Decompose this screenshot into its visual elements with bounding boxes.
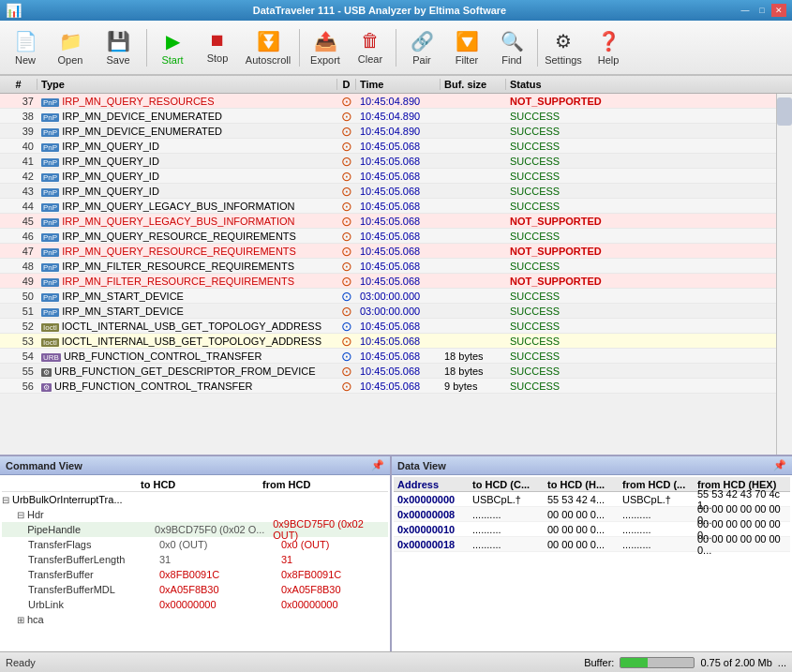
dv-row[interactable]: 0x00000018 .......... 00 00 00 0... ....… [394,537,790,552]
cv-transferbuf-label: TransferBuffer [28,569,159,580]
row-type: PnPIRP_MN_QUERY_LEGACY_BUS_INFORMATION [37,201,337,212]
row-dir: ⊙ [337,319,356,334]
table-row[interactable]: 46 PnPIRP_MN_QUERY_RESOURCE_REQUIREMENTS… [0,229,776,244]
arrow-in-icon: ⊙ [341,124,352,139]
row-dir: ⊙ [337,94,356,109]
data-panel-header: Data View 📌 [392,456,792,475]
help-button[interactable]: ❓ Help [587,25,630,70]
new-button[interactable]: 📄 New [4,25,47,70]
arrow-in-icon: ⊙ [341,244,352,259]
open-button[interactable]: 📁 Open [49,25,92,70]
table-row[interactable]: 53 IoctlIOCTL_INTERNAL_USB_GET_TOPOLOGY_… [0,334,776,349]
root-expand-icon[interactable]: ⊟ [2,495,9,505]
autoscroll-button[interactable]: ⏬ Autoscroll [241,25,295,70]
dv-hcd2: 00 00 00 0... [544,509,619,520]
arrow-out-icon: ⊙ [341,319,352,334]
table-row[interactable]: 55 ⚙URB_FUNCTION_GET_DESCRIPTOR_FROM_DEV… [0,364,776,379]
badge: PnP [41,218,59,227]
row-time: 10:45:05.068 [356,171,441,182]
table-row[interactable]: 45 PnPIRP_MN_QUERY_LEGACY_BUS_INFORMATIO… [0,214,776,229]
arrow-in-icon: ⊙ [341,229,352,244]
hca-expand-icon[interactable]: ⊞ [17,615,24,625]
row-bufsize: 18 bytes [441,366,506,377]
badge: PnP [41,293,59,302]
arrow-in-icon: ⊙ [341,139,352,154]
table-row[interactable]: 51 PnPIRP_MN_START_DEVICE ⊙ 03:00:00.000… [0,304,776,319]
row-type: PnPIRP_MN_QUERY_RESOURCES [37,96,337,107]
find-button[interactable]: 🔍 Find [490,25,533,70]
row-num: 38 [0,111,37,122]
pair-button[interactable]: 🔗 Pair [400,25,443,70]
badge: PnP [41,248,59,257]
cv-transferbuf-row: TransferBuffer 0x8FB0091C 0x8FB0091C [2,567,388,582]
maximize-button[interactable]: □ [755,4,770,17]
table-row[interactable]: 42 PnPIRP_MN_QUERY_ID ⊙ 10:45:05.068 SUC… [0,169,776,184]
table-row[interactable]: 56 ⚙URB_FUNCTION_CONTROL_TRANSFER ⊙ 10:4… [0,379,776,394]
table-row[interactable]: 44 PnPIRP_MN_QUERY_LEGACY_BUS_INFORMATIO… [0,199,776,214]
main-area: # Type D Time Buf. size Status 37 PnPIRP… [0,75,792,651]
command-panel-pin[interactable]: 📌 [371,459,384,471]
clear-button[interactable]: 🗑 Clear [349,25,392,70]
data-panel-pin[interactable]: 📌 [773,459,786,471]
filter-button[interactable]: 🔽 Filter [445,25,488,70]
row-dir: ⊙ [337,169,356,184]
arrow-out-icon: ⊙ [341,349,352,364]
table-row[interactable]: 40 PnPIRP_MN_QUERY_ID ⊙ 10:45:05.068 SUC… [0,139,776,154]
row-type: ⚙URB_FUNCTION_CONTROL_TRANSFER [37,381,337,392]
status-right: Buffer: 0.75 of 2.00 Mb ... [584,657,786,668]
save-button[interactable]: 💾 Save [94,25,142,70]
cv-transferflags-left: 0x0 (OUT) [159,539,281,550]
settings-button[interactable]: ⚙ Settings [542,25,585,70]
table-row[interactable]: 50 PnPIRP_MN_START_DEVICE ⊙ 03:00:00.000… [0,289,776,304]
row-num: 49 [0,276,37,287]
row-type: PnPIRP_MN_FILTER_RESOURCE_REQUIREMENTS [37,261,337,272]
dv-hcd2: 00 00 00 0... [544,524,619,535]
row-time: 10:45:04.890 [356,96,441,107]
row-status: SUCCESS [506,336,776,347]
table-header: # Type D Time Buf. size Status [0,75,792,94]
row-type: PnPIRP_MN_QUERY_ID [37,186,337,197]
dv-col-hcd1-header: to HCD (C... [469,479,544,490]
start-button[interactable]: ▶ Start [151,25,194,70]
table-row[interactable]: 54 URBURB_FUNCTION_CONTROL_TRANSFER ⊙ 10… [0,349,776,364]
cv-urblink-label: UrbLink [28,599,159,610]
table-row[interactable]: 52 IoctlIOCTL_INTERNAL_USB_GET_TOPOLOGY_… [0,319,776,334]
row-dir: ⊙ [337,214,356,229]
separator-4 [537,29,538,67]
window-controls: — □ ✕ [738,4,786,17]
row-status: SUCCESS [506,231,776,242]
scrollbar[interactable] [776,94,792,455]
badge: PnP [41,128,59,137]
status-text: Ready [6,657,36,668]
stop-button[interactable]: ⏹ Stop [196,25,239,70]
table-row[interactable]: 48 PnPIRP_MN_FILTER_RESOURCE_REQUIREMENT… [0,259,776,274]
arrow-in-icon: ⊙ [341,274,352,289]
row-num: 50 [0,291,37,302]
row-time: 10:45:05.068 [356,156,441,167]
cv-hdr-label: Hdr [27,509,158,520]
row-num: 52 [0,321,37,332]
minimize-button[interactable]: — [738,4,753,17]
table-row[interactable]: 41 PnPIRP_MN_QUERY_ID ⊙ 10:45:05.068 SUC… [0,154,776,169]
table-row[interactable]: 49 PnPIRP_MN_FILTER_RESOURCE_REQUIREMENT… [0,274,776,289]
row-dir: ⊙ [337,199,356,214]
cv-pipehandle-right: 0x9BCD75F0 (0x02 OUT) [273,518,388,541]
autoscroll-icon: ⏬ [257,30,280,52]
table-row[interactable]: 47 PnPIRP_MN_QUERY_RESOURCE_REQUIREMENTS… [0,244,776,259]
table-row[interactable]: 39 PnPIRP_MN_DEVICE_ENUMERATED ⊙ 10:45:0… [0,124,776,139]
table-row[interactable]: 37 PnPIRP_MN_QUERY_RESOURCES ⊙ 10:45:04.… [0,94,776,109]
table-row[interactable]: 43 PnPIRP_MN_QUERY_ID ⊙ 10:45:05.068 SUC… [0,184,776,199]
badge: Ioctl [41,323,59,332]
cv-pipehandle-left: 0x9BCD75F0 (0x02 O... [155,524,273,535]
hdr-expand-icon[interactable]: ⊟ [17,510,24,520]
row-type: PnPIRP_MN_START_DEVICE [37,291,337,302]
row-type: PnPIRP_MN_QUERY_ID [37,141,337,152]
find-icon: 🔍 [501,30,524,52]
table-row[interactable]: 38 PnPIRP_MN_DEVICE_ENUMERATED ⊙ 10:45:0… [0,109,776,124]
export-button[interactable]: 📤 Export [304,25,347,70]
close-button[interactable]: ✕ [771,4,786,17]
cv-transferbufmdl-right: 0xA05F8B30 [281,584,341,595]
dv-hcd1: .......... [469,524,544,535]
row-time: 03:00:00.000 [356,291,441,302]
dv-hcd3: .......... [619,539,694,550]
